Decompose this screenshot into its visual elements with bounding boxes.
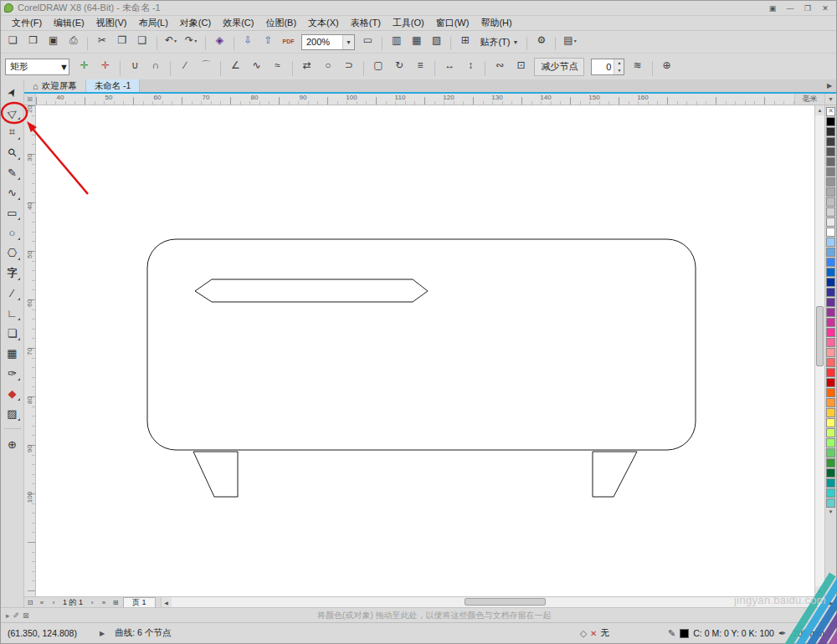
palette-swatch[interactable]: [826, 438, 835, 447]
palette-swatch[interactable]: [826, 217, 835, 227]
app-launcher-button[interactable]: ▤: [562, 32, 579, 49]
menu-item[interactable]: 文本(X): [302, 16, 345, 30]
palette-swatch[interactable]: [826, 278, 835, 287]
tab-welcome-screen[interactable]: ⌂ 欢迎屏幕: [24, 79, 86, 92]
smart-drawing-tool[interactable]: ∿: [3, 182, 23, 202]
palette-swatch[interactable]: [826, 127, 835, 136]
palette-swatch[interactable]: [826, 157, 835, 166]
palette-swatch[interactable]: [826, 298, 835, 307]
palette-swatch[interactable]: [826, 258, 835, 267]
palette-swatch[interactable]: [826, 478, 835, 488]
publish-pdf-button[interactable]: PDF: [280, 33, 297, 50]
palette-swatch[interactable]: [826, 107, 835, 116]
reflect-vertical-button[interactable]: ↕: [461, 56, 480, 74]
add-page-button[interactable]: ⊞: [110, 597, 121, 607]
palette-swatch[interactable]: [826, 238, 835, 247]
menu-item[interactable]: 视图(V): [90, 16, 133, 30]
reverse-direction-button[interactable]: ⇄: [298, 56, 316, 74]
reduce-nodes-button[interactable]: 减少节点: [534, 58, 584, 76]
snap-off-button[interactable]: ⊞: [456, 32, 474, 49]
scroll-up-icon[interactable]: ▲: [815, 105, 824, 115]
ellipse-tool[interactable]: ○: [3, 222, 23, 243]
chevron-down-icon[interactable]: ▼: [342, 35, 354, 49]
palette-swatch[interactable]: [826, 187, 835, 197]
transparency-tool[interactable]: ▦: [3, 343, 23, 363]
convert-to-line-button[interactable]: ∕: [176, 56, 194, 74]
redo-button[interactable]: ↷: [182, 32, 200, 49]
scroll-down-icon[interactable]: ▼: [815, 586, 824, 596]
add-button[interactable]: ⊕: [658, 56, 676, 74]
paste-button[interactable]: ❑: [133, 32, 151, 49]
show-guidelines-button[interactable]: ▧: [428, 32, 445, 49]
menu-item[interactable]: 编辑(E): [48, 16, 90, 30]
palette-swatch[interactable]: [826, 428, 835, 437]
palette-swatch[interactable]: [826, 328, 835, 337]
palette-swatch[interactable]: [826, 498, 835, 508]
close-button[interactable]: ✕: [818, 3, 833, 14]
palette-swatch[interactable]: [826, 488, 835, 498]
polygon-tool[interactable]: ⎔: [3, 243, 23, 263]
palette-swatch[interactable]: [826, 348, 835, 357]
palette-swatch[interactable]: [826, 207, 835, 217]
stretch-nodes-button[interactable]: ▢: [369, 56, 388, 74]
full-screen-preview-button[interactable]: ▭: [359, 32, 377, 49]
menu-item[interactable]: 工具(O): [387, 16, 430, 30]
palette-swatch[interactable]: [826, 268, 835, 277]
palette-swatch[interactable]: [826, 137, 835, 146]
palette-swatch[interactable]: [826, 147, 835, 156]
horizontal-scrollbar[interactable]: ◀ ▶: [161, 597, 836, 607]
delete-node-button[interactable]: ✛: [96, 56, 115, 74]
interactive-fill-tool[interactable]: ◆: [3, 383, 23, 403]
connector-tool[interactable]: ∟: [3, 303, 23, 323]
customize-toolbox-button[interactable]: ⊕: [3, 434, 23, 454]
palette-swatch[interactable]: [826, 358, 835, 367]
undo-button[interactable]: ↶: [162, 32, 180, 49]
smooth-node-button[interactable]: ∿: [248, 56, 266, 74]
open-button[interactable]: ❒: [24, 32, 42, 49]
palette-swatch[interactable]: [826, 227, 835, 237]
rectangle-tool[interactable]: ▭: [3, 202, 23, 222]
scroll-right-icon[interactable]: ▶: [826, 597, 836, 607]
menu-item[interactable]: 文件(F): [6, 16, 48, 30]
zoom-tool[interactable]: ⚲: [3, 142, 23, 162]
palette-swatch[interactable]: [826, 248, 835, 257]
freehand-tool[interactable]: ✎: [3, 162, 23, 182]
print-button[interactable]: ⎙: [64, 32, 82, 49]
menu-item[interactable]: 窗口(W): [430, 16, 475, 30]
page-tab[interactable]: 页 1: [123, 597, 156, 607]
palette-swatch[interactable]: [826, 288, 835, 297]
flyout-arrow-icon[interactable]: ▶: [100, 630, 105, 637]
extract-subpath-button[interactable]: ⊃: [340, 56, 358, 74]
preset-combo[interactable]: 矩形 ▼: [5, 59, 69, 75]
vertical-ruler[interactable]: 2030405060708090100: [24, 105, 36, 596]
curve-smoothness-button[interactable]: ≋: [628, 56, 646, 74]
show-grid-button[interactable]: ▦: [408, 32, 425, 49]
align-nodes-button[interactable]: ≡: [411, 56, 429, 74]
export-button[interactable]: ⇧: [259, 32, 277, 49]
palette-swatch[interactable]: [826, 308, 835, 317]
menu-item[interactable]: 位图(B): [259, 16, 302, 30]
palette-swatch[interactable]: [826, 418, 835, 427]
restore-button[interactable]: ❐: [800, 3, 815, 14]
new-document-button[interactable]: ❏: [4, 32, 22, 49]
eyedropper-tool[interactable]: ✑: [3, 363, 23, 383]
palette-swatch[interactable]: [826, 197, 835, 207]
cut-button[interactable]: ✂: [93, 32, 110, 49]
vertical-scrollbar[interactable]: ▲ ▼: [814, 105, 824, 596]
search-content-button[interactable]: ◈: [211, 32, 229, 49]
elastic-mode-button[interactable]: ∾: [490, 56, 509, 74]
add-node-button[interactable]: ✛: [75, 56, 94, 74]
drop-shadow-tool[interactable]: ❏: [3, 323, 23, 343]
chevron-down-icon[interactable]: ▼: [59, 62, 69, 72]
shape-tool[interactable]: ▷: [3, 102, 23, 122]
menu-item[interactable]: 表格(T): [345, 16, 387, 30]
palette-swatch[interactable]: [826, 338, 835, 347]
palette-swatch[interactable]: [826, 378, 835, 387]
palette-swatch[interactable]: [826, 318, 835, 327]
vertical-scroll-thumb[interactable]: [816, 306, 824, 366]
copy-button[interactable]: ❐: [113, 32, 131, 49]
snap-to-dropdown[interactable]: 贴齐(T) ▼: [475, 33, 523, 51]
eyedropper-small-icon[interactable]: ✐: [13, 611, 20, 620]
first-page-button[interactable]: «: [36, 597, 48, 607]
menu-item[interactable]: 布局(L): [132, 16, 173, 30]
